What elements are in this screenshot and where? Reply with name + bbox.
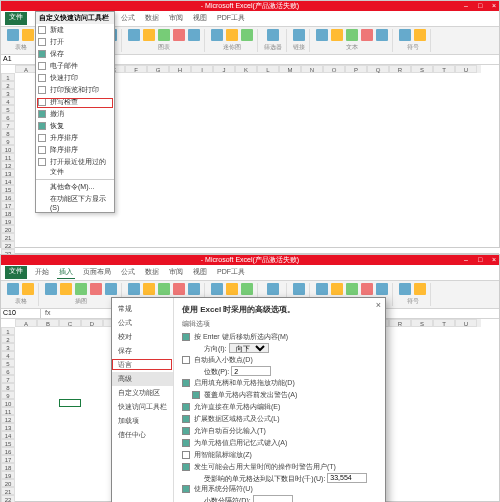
row-header[interactable]: 18 (1, 463, 15, 471)
ribbon-button[interactable] (316, 29, 328, 41)
minimize-icon[interactable]: – (461, 1, 471, 11)
tab-PDF工具[interactable]: PDF工具 (215, 12, 247, 25)
ribbon-button[interactable] (376, 29, 388, 41)
row-header[interactable]: 7 (1, 375, 15, 383)
row-header[interactable]: 9 (1, 137, 15, 145)
col-header[interactable]: K (235, 65, 257, 73)
ribbon-button[interactable] (226, 29, 238, 41)
option-row[interactable]: 用智能鼠标缩放(Z) (182, 449, 377, 461)
row-header[interactable]: 19 (1, 471, 15, 479)
col-header[interactable]: S (411, 65, 433, 73)
tab-数据[interactable]: 数据 (143, 266, 161, 279)
menu-item[interactable]: 撤消 (36, 108, 114, 120)
ribbon-button[interactable] (346, 29, 358, 41)
row-header[interactable]: 4 (1, 351, 15, 359)
row-header[interactable]: 11 (1, 153, 15, 161)
row-header[interactable]: 20 (1, 225, 15, 233)
row-header[interactable]: 17 (1, 201, 15, 209)
option-row[interactable]: 方向(I): 向下 (182, 343, 377, 354)
option-row[interactable]: 按 Enter 键后移动所选内容(M) (182, 331, 377, 343)
menu-item[interactable]: 打印预览和打印 (36, 84, 114, 96)
ribbon-button[interactable] (361, 283, 373, 295)
ribbon-button[interactable] (60, 283, 72, 295)
col-header[interactable]: I (191, 65, 213, 73)
menu-item[interactable]: 恢复 (36, 120, 114, 132)
option-row[interactable]: 允许自动百分比输入(T) (182, 425, 377, 437)
ribbon-button[interactable] (105, 283, 117, 295)
row-header[interactable]: 13 (1, 423, 15, 431)
ribbon-button[interactable] (22, 29, 34, 41)
menu-item[interactable]: 打开 (36, 36, 114, 48)
row-header[interactable]: 15 (1, 185, 15, 193)
ribbon-button[interactable] (414, 29, 426, 41)
options-category[interactable]: 公式 (112, 316, 173, 330)
ribbon-button[interactable] (399, 29, 411, 41)
row-header[interactable]: 2 (1, 81, 15, 89)
ribbon-button[interactable] (158, 283, 170, 295)
col-header[interactable]: F (125, 65, 147, 73)
row-header[interactable]: 14 (1, 431, 15, 439)
option-row[interactable]: 允许直接在单元格内编辑(E) (182, 401, 377, 413)
tab-file[interactable]: 文件 (5, 12, 27, 25)
ribbon-button[interactable] (7, 283, 19, 295)
row-header[interactable]: 1 (1, 327, 15, 335)
col-header[interactable]: L (257, 65, 279, 73)
ribbon-button[interactable] (241, 29, 253, 41)
row-header[interactable]: 10 (1, 399, 15, 407)
options-category[interactable]: 高级 (112, 372, 173, 386)
row-header[interactable]: 3 (1, 89, 15, 97)
ribbon-button[interactable] (45, 283, 57, 295)
row-header[interactable]: 12 (1, 161, 15, 169)
ribbon-button[interactable] (267, 283, 279, 295)
options-category[interactable]: 保存 (112, 344, 173, 358)
col-header[interactable]: G (147, 65, 169, 73)
ribbon-button[interactable] (316, 283, 328, 295)
option-row[interactable]: 受影响的单元格达到以下数目时(千)(U): (182, 473, 377, 484)
ribbon-button[interactable] (90, 283, 102, 295)
row-header[interactable]: 15 (1, 439, 15, 447)
option-row[interactable]: 覆盖单元格内容前发出警告(A) (192, 389, 377, 401)
option-row[interactable]: 发生可能会占用大量时间的操作时警告用户(T) (182, 461, 377, 473)
ribbon-button[interactable] (188, 29, 200, 41)
row-header[interactable]: 20 (1, 479, 15, 487)
option-select[interactable]: 向下 (229, 343, 269, 353)
menu-item[interactable]: 升序排序 (36, 132, 114, 144)
ribbon-button[interactable] (376, 283, 388, 295)
row-header[interactable]: 22 (1, 241, 15, 249)
col-header[interactable]: T (433, 65, 455, 73)
ribbon-button[interactable] (293, 29, 305, 41)
col-header[interactable]: D (81, 319, 103, 327)
ribbon-button[interactable] (399, 283, 411, 295)
tab-审阅[interactable]: 审阅 (167, 266, 185, 279)
tab-开始[interactable]: 开始 (33, 266, 51, 279)
row-header[interactable]: 13 (1, 169, 15, 177)
row-header[interactable]: 6 (1, 113, 15, 121)
option-input[interactable] (327, 473, 367, 483)
tab-公式[interactable]: 公式 (119, 266, 137, 279)
menu-item[interactable]: 快速打印 (36, 72, 114, 84)
tab-PDF工具[interactable]: PDF工具 (215, 266, 247, 279)
col-header[interactable]: B (37, 319, 59, 327)
ribbon-button[interactable] (128, 283, 140, 295)
col-header[interactable]: C (59, 319, 81, 327)
tab-视图[interactable]: 视图 (191, 266, 209, 279)
option-row[interactable]: 位数(P): (182, 366, 377, 377)
col-header[interactable]: U (455, 319, 477, 327)
ribbon-button[interactable] (158, 29, 170, 41)
row-header[interactable]: 9 (1, 391, 15, 399)
menu-item[interactable]: 打开最近使用过的文件 (36, 156, 114, 178)
ribbon-button[interactable] (293, 283, 305, 295)
options-category[interactable]: 加载项 (112, 414, 173, 428)
row-header[interactable]: 7 (1, 121, 15, 129)
ribbon-button[interactable] (331, 283, 343, 295)
menu-item[interactable]: 电子邮件 (36, 60, 114, 72)
option-row[interactable]: 自动插入小数点(D) (182, 354, 377, 366)
options-category[interactable]: 常规 (112, 302, 173, 316)
option-row[interactable]: 扩展数据区域格式及公式(L) (182, 413, 377, 425)
row-header[interactable]: 1 (1, 73, 15, 81)
row-header[interactable]: 21 (1, 487, 15, 495)
ribbon-button[interactable] (267, 29, 279, 41)
ribbon-button[interactable] (128, 29, 140, 41)
menu-below-ribbon[interactable]: 在功能区下方显示(S) (36, 193, 114, 212)
col-header[interactable]: U (455, 65, 477, 73)
